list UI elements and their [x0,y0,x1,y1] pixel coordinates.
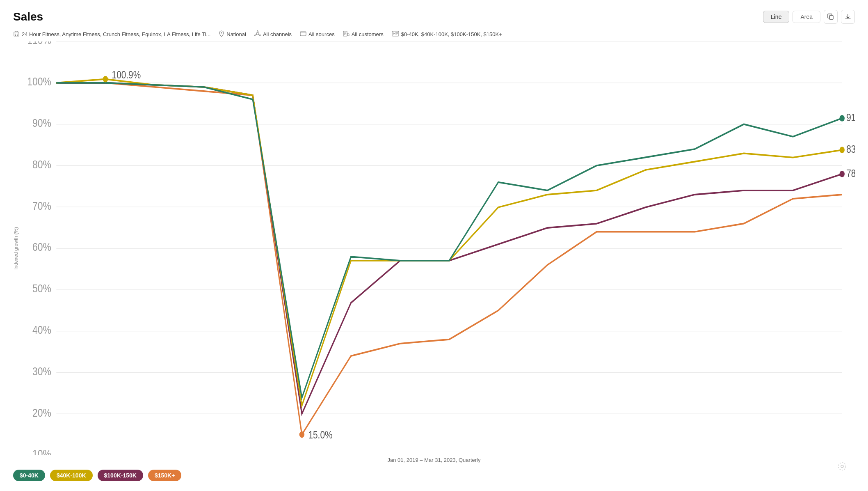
svg-text:30%: 30% [32,365,51,378]
annotation-100-9-dot [103,76,108,83]
svg-point-7 [256,32,259,35]
legend-0-40k[interactable]: $0-40K [13,470,45,481]
location-icon [219,30,224,38]
svg-point-10 [259,35,260,36]
chart-wrapper: Indexed growth (%) [13,41,855,455]
filter-channels[interactable]: All channels [254,30,292,38]
y-axis-label: Indexed growth (%) [13,41,19,455]
chart-inner: 110% 100% 90% 80% 70% 60% 50% 40% 30% 20… [22,41,855,455]
filter-customers[interactable]: All customers [343,30,384,38]
filter-location-label: National [226,31,246,37]
filter-income[interactable]: $0-40K, $40K-100K, $100K-150K, $150K+ [392,31,502,38]
orange-line [56,83,842,435]
area-chart-button[interactable]: Area [793,11,820,23]
filters-row: 24 Hour Fitness, Anytime Fitness, Crunch… [13,30,855,38]
svg-text:40%: 40% [32,324,51,336]
svg-rect-4 [15,35,16,36]
filter-brands[interactable]: 24 Hour Fitness, Anytime Fitness, Crunch… [13,30,210,38]
svg-text:10%: 10% [32,447,51,455]
svg-rect-0 [829,16,833,19]
filter-customers-label: All customers [352,31,384,37]
svg-rect-3 [17,34,18,34]
annotation-100-9-label: 100.9% [112,69,141,81]
main-chart-svg: 110% 100% 90% 80% 70% 60% 50% 40% 30% 20… [22,41,855,455]
svg-point-69 [838,463,846,470]
legend-row: $0-40K $40K-100K $100K-150K $150K+ [13,470,855,481]
channels-icon [254,30,261,38]
settings-icon[interactable] [838,462,847,473]
page-title: Sales [13,10,43,23]
svg-rect-5 [17,35,18,36]
download-button[interactable] [841,10,855,24]
copy-icon [827,14,834,20]
annotation-913-dot [840,115,845,122]
filter-brands-label: 24 Hour Fitness, Anytime Fitness, Crunch… [22,31,210,37]
svg-point-9 [254,35,256,36]
svg-text:60%: 60% [32,241,51,253]
income-icon [392,31,399,38]
chart-svg-container: 110% 100% 90% 80% 70% 60% 50% 40% 30% 20… [22,41,855,455]
svg-point-70 [841,465,843,468]
annotation-913-label: 91.3% [846,112,855,124]
legend-100-150k[interactable]: $100K-150K [98,470,143,481]
copy-button[interactable] [824,10,838,24]
svg-rect-1 [14,32,19,36]
svg-text:70%: 70% [32,199,51,212]
legend-40-100k[interactable]: $40K-100K [50,470,93,481]
green-line [56,83,842,398]
annotation-15-label: 15.0% [308,429,332,441]
legend-150k-plus[interactable]: $150K+ [148,470,181,481]
filter-sources-label: All sources [308,31,335,37]
svg-text:90%: 90% [32,117,51,129]
filter-channels-label: All channels [263,31,292,37]
svg-point-6 [221,32,222,34]
date-range-label: Jan 01, 2019 – Mar 31, 2023, Quarterly [13,457,855,463]
svg-text:110%: 110% [27,41,51,46]
chart-type-controls: Line Area [763,10,855,24]
line-chart-button[interactable]: Line [763,11,789,23]
yellow-line [56,79,842,406]
annotation-781-label: 78.1% [846,167,855,179]
svg-rect-2 [15,34,16,34]
svg-text:80%: 80% [32,158,51,171]
filter-income-label: $0-40K, $40K-100K, $100K-150K, $150K+ [401,31,502,37]
svg-line-13 [258,34,259,35]
filter-location[interactable]: National [219,30,246,38]
download-icon [845,14,851,20]
svg-text:50%: 50% [32,282,51,295]
svg-line-12 [256,34,256,35]
svg-text:100%: 100% [27,75,51,88]
customers-icon [343,30,349,38]
building-icon [13,30,20,38]
filter-sources[interactable]: All sources [300,30,335,38]
chart-area: Indexed growth (%) [13,41,855,481]
svg-rect-14 [300,32,306,36]
annotation-837-dot [840,147,845,154]
header: Sales Line Area [13,10,855,24]
svg-point-8 [257,31,258,32]
sources-icon [300,30,306,38]
annotation-781-dot [840,171,845,177]
annotation-837-label: 83.7% [846,143,855,155]
brands-icon [13,30,20,37]
annotation-15-dot [299,431,304,438]
svg-text:20%: 20% [32,406,51,419]
